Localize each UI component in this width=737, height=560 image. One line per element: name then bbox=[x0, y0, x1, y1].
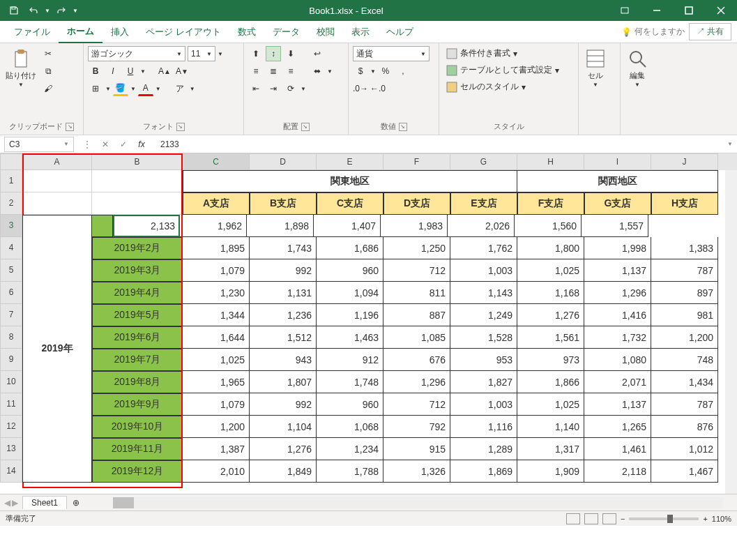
cell[interactable]: 1,998 bbox=[584, 237, 651, 259]
cell[interactable]: 1,317 bbox=[517, 438, 584, 460]
share-button[interactable]: ↗ 共有 bbox=[689, 23, 731, 40]
select-all-corner[interactable] bbox=[0, 153, 22, 170]
cell[interactable]: 1,962 bbox=[180, 215, 247, 237]
cell[interactable]: 1,788 bbox=[317, 460, 383, 483]
increase-decimal-icon[interactable]: .0→ bbox=[353, 81, 368, 96]
tab-formulas[interactable]: 数式 bbox=[229, 22, 264, 43]
sheet-nav-next-icon[interactable]: ▶ bbox=[12, 498, 18, 508]
cell[interactable]: 1,748 bbox=[317, 371, 383, 393]
zoom-out-icon[interactable]: − bbox=[621, 515, 625, 523]
align-middle-icon[interactable]: ↕ bbox=[266, 46, 281, 61]
cell[interactable]: 2,026 bbox=[448, 215, 515, 237]
cell-styles-button[interactable]: セルのスタイル ▾ bbox=[443, 80, 529, 94]
column-header[interactable]: B bbox=[92, 153, 183, 170]
dialog-launcher-icon[interactable]: ↘ bbox=[301, 123, 310, 131]
cell[interactable] bbox=[92, 170, 183, 192]
phonetic-guide-icon[interactable]: ア bbox=[172, 81, 188, 96]
cell[interactable]: 2019年6月 bbox=[92, 326, 183, 349]
cell[interactable]: 1,137 bbox=[584, 259, 651, 282]
row-header[interactable]: 4 bbox=[0, 237, 22, 259]
range-selector-icon[interactable]: ⋮ bbox=[79, 137, 95, 152]
decrease-font-icon[interactable]: A▼ bbox=[174, 63, 190, 79]
cell[interactable]: 1,732 bbox=[584, 326, 651, 349]
cell[interactable]: 1,800 bbox=[517, 237, 584, 259]
cell[interactable]: 1,909 bbox=[517, 460, 584, 483]
cancel-icon[interactable]: ✕ bbox=[98, 137, 113, 152]
cell[interactable]: C支店 bbox=[317, 192, 383, 215]
cell[interactable]: 1,416 bbox=[584, 304, 651, 326]
row-header[interactable]: 11 bbox=[0, 393, 22, 416]
cell[interactable]: 1,869 bbox=[450, 460, 517, 483]
cell[interactable]: F支店 bbox=[517, 192, 584, 215]
row-header[interactable]: 8 bbox=[0, 326, 22, 349]
cell[interactable]: 1,743 bbox=[250, 237, 317, 259]
copy-icon[interactable]: ⧉ bbox=[40, 63, 56, 79]
cell[interactable]: 1,131 bbox=[250, 282, 317, 304]
wrap-text-icon[interactable]: ↩ bbox=[310, 46, 325, 61]
cell[interactable]: 915 bbox=[383, 438, 450, 460]
cell[interactable]: 748 bbox=[651, 349, 718, 371]
paste-button[interactable]: 貼り付け ▼ bbox=[4, 46, 38, 89]
cell[interactable]: 2019年12月 bbox=[92, 460, 183, 483]
cell[interactable]: 1,344 bbox=[183, 304, 250, 326]
font-name-combo[interactable]: 游ゴシック▼ bbox=[88, 46, 185, 61]
row-header[interactable]: 14 bbox=[0, 460, 22, 483]
font-color-button[interactable]: A bbox=[138, 81, 153, 96]
cell[interactable]: 1,025 bbox=[183, 349, 250, 371]
redo-icon[interactable] bbox=[53, 2, 70, 19]
ribbon-display-icon[interactable] bbox=[609, 0, 641, 21]
formula-input[interactable]: 2133 bbox=[155, 139, 723, 149]
cell[interactable]: 2019年3月 bbox=[92, 259, 183, 282]
column-header[interactable]: G bbox=[450, 153, 517, 170]
cell[interactable]: 943 bbox=[250, 349, 317, 371]
cell[interactable]: 1,276 bbox=[250, 438, 317, 460]
cell[interactable]: 897 bbox=[651, 282, 718, 304]
cell[interactable]: B支店 bbox=[250, 192, 317, 215]
cell[interactable]: 1,326 bbox=[383, 460, 450, 483]
merge-cells-icon[interactable]: ⬌ bbox=[310, 63, 325, 79]
cell[interactable]: 953 bbox=[450, 349, 517, 371]
accounting-format-icon[interactable]: $ bbox=[353, 63, 368, 79]
cell[interactable]: 1,387 bbox=[183, 438, 250, 460]
cell[interactable]: 関西地区 bbox=[517, 170, 718, 192]
editing-group-button[interactable]: 編集 ▼ bbox=[625, 46, 650, 89]
cell[interactable] bbox=[22, 192, 92, 215]
cell[interactable]: 1,236 bbox=[250, 304, 317, 326]
cell[interactable]: 1,249 bbox=[450, 304, 517, 326]
row-header[interactable]: 6 bbox=[0, 282, 22, 304]
cell[interactable]: 1,140 bbox=[517, 416, 584, 438]
column-header[interactable]: I bbox=[584, 153, 651, 170]
font-size-combo[interactable]: 11▼ bbox=[188, 46, 215, 61]
horizontal-scrollbar[interactable] bbox=[113, 497, 723, 508]
cell[interactable]: D支店 bbox=[383, 192, 450, 215]
underline-button[interactable]: U bbox=[123, 63, 138, 79]
column-header[interactable]: E bbox=[317, 153, 383, 170]
cell[interactable]: 2,010 bbox=[183, 460, 250, 483]
cell[interactable]: 1,512 bbox=[250, 326, 317, 349]
cell[interactable]: 1,094 bbox=[317, 282, 383, 304]
align-right-icon[interactable]: ≡ bbox=[283, 63, 298, 79]
cell[interactable]: 981 bbox=[651, 304, 718, 326]
cell[interactable]: H支店 bbox=[651, 192, 718, 215]
cell[interactable]: 1,827 bbox=[450, 371, 517, 393]
cell[interactable]: 2019年9月 bbox=[92, 393, 183, 416]
conditional-formatting-button[interactable]: 条件付き書式 ▾ bbox=[443, 46, 520, 61]
format-painter-icon[interactable]: 🖌 bbox=[40, 81, 56, 96]
cell[interactable]: 2019年2月 bbox=[92, 237, 183, 259]
cell[interactable]: 1,025 bbox=[517, 393, 584, 416]
zoom-level[interactable]: 110% bbox=[712, 515, 731, 523]
year-merged-cell[interactable]: 2019年 bbox=[22, 215, 92, 483]
cell[interactable]: 787 bbox=[651, 259, 718, 282]
cell[interactable]: 1,068 bbox=[317, 416, 383, 438]
column-header[interactable]: J bbox=[651, 153, 718, 170]
cell[interactable]: 712 bbox=[383, 393, 450, 416]
cell[interactable]: 1,461 bbox=[584, 438, 651, 460]
cell[interactable]: 1,807 bbox=[250, 371, 317, 393]
page-layout-view-icon[interactable] bbox=[584, 513, 598, 524]
tab-help[interactable]: ヘルプ bbox=[378, 22, 422, 43]
row-header[interactable]: 2 bbox=[0, 192, 22, 215]
cell[interactable]: 1,898 bbox=[247, 215, 314, 237]
page-break-view-icon[interactable] bbox=[602, 513, 616, 524]
row-header[interactable]: 10 bbox=[0, 371, 22, 393]
cell[interactable]: 1,528 bbox=[450, 326, 517, 349]
